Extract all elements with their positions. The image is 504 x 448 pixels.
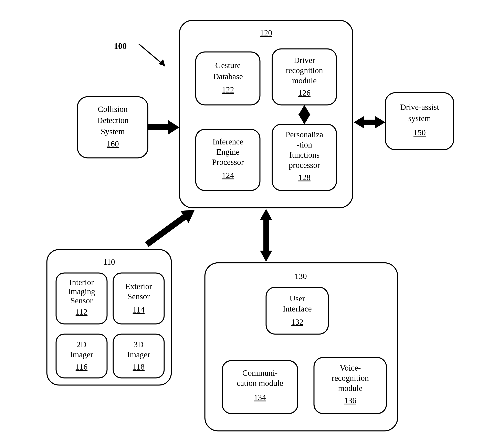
imager3d-line2: Imager <box>127 350 150 359</box>
gesture-line1: Gesture <box>215 61 241 70</box>
drive-line2: system <box>408 114 431 123</box>
pers-line3: functions <box>289 150 320 159</box>
figure-ref-label: 100 <box>114 41 127 51</box>
ui-line2: Interface <box>283 304 312 313</box>
imager3d-line1: 3D <box>134 340 144 349</box>
comm-line1: Communi- <box>242 368 277 378</box>
imager2d-line1: 2D <box>77 340 87 349</box>
svg-marker-12 <box>260 251 272 262</box>
voice-line3: module <box>338 384 362 393</box>
arrow-126-to-128 <box>298 105 310 124</box>
drive-ref: 150 <box>414 128 426 137</box>
container-130 <box>205 263 397 431</box>
svg-marker-4 <box>375 116 385 128</box>
ui-line1: User <box>289 294 305 303</box>
container-110-ref: 110 <box>103 257 115 266</box>
interior-line2: Imaging <box>68 287 95 296</box>
drive-line1: Drive-assist <box>400 103 439 112</box>
interior-ref: 112 <box>76 307 88 316</box>
container-120-ref: 120 <box>260 28 272 37</box>
voice-ref: 136 <box>344 396 356 405</box>
diagram-canvas: 100 Collision Detection System 160 120 G… <box>0 0 504 448</box>
inference-line2: Engine <box>216 147 239 156</box>
inference-line1: Inference <box>213 137 243 146</box>
comm-line2: cation module <box>237 379 283 388</box>
driver-line3: module <box>292 76 317 85</box>
collision-line2: Detection <box>97 116 129 125</box>
exterior-line2: Sensor <box>128 292 150 301</box>
driver-ref: 126 <box>298 88 310 97</box>
voice-line2: recognition <box>332 373 369 383</box>
svg-marker-11 <box>260 209 272 220</box>
imager3d-ref: 118 <box>133 362 145 371</box>
exterior-line1: Exterior <box>125 282 152 291</box>
pers-line2: -tion <box>297 140 312 149</box>
pers-ref: 128 <box>298 173 310 182</box>
voice-line1: Voice- <box>340 363 361 372</box>
arrow-110-to-120 <box>147 210 195 244</box>
svg-marker-6 <box>298 105 310 115</box>
ui-ref: 132 <box>291 317 303 327</box>
driver-line1: Driver <box>294 56 315 65</box>
collision-ref: 160 <box>107 139 119 148</box>
figure-ref-arrowhead <box>159 59 165 66</box>
interior-line3: Sensor <box>71 296 93 305</box>
svg-line-8 <box>147 214 189 244</box>
collision-line1: Collision <box>98 104 128 114</box>
svg-marker-7 <box>298 114 310 124</box>
gesture-line2: Database <box>213 72 243 81</box>
pers-line4: processor <box>289 160 320 170</box>
arrow-120-to-130 <box>260 209 272 262</box>
inference-line3: Processor <box>212 157 244 167</box>
inference-ref: 124 <box>222 171 234 180</box>
svg-marker-1 <box>168 120 180 135</box>
collision-line3: System <box>101 127 125 136</box>
container-110 <box>47 250 171 385</box>
interior-line1: Interior <box>69 278 94 287</box>
pers-line1: Personaliza <box>286 130 323 139</box>
arrow-120-to-150 <box>354 116 385 128</box>
arrow-160-to-120 <box>148 120 180 135</box>
driver-line2: recognition <box>286 66 323 75</box>
exterior-ref: 114 <box>133 305 145 314</box>
imager2d-line2: Imager <box>70 350 93 359</box>
svg-marker-3 <box>354 116 364 128</box>
container-130-ref: 130 <box>295 272 307 281</box>
gesture-ref: 122 <box>222 85 234 94</box>
comm-ref: 134 <box>254 393 266 402</box>
imager2d-ref: 116 <box>76 362 88 371</box>
